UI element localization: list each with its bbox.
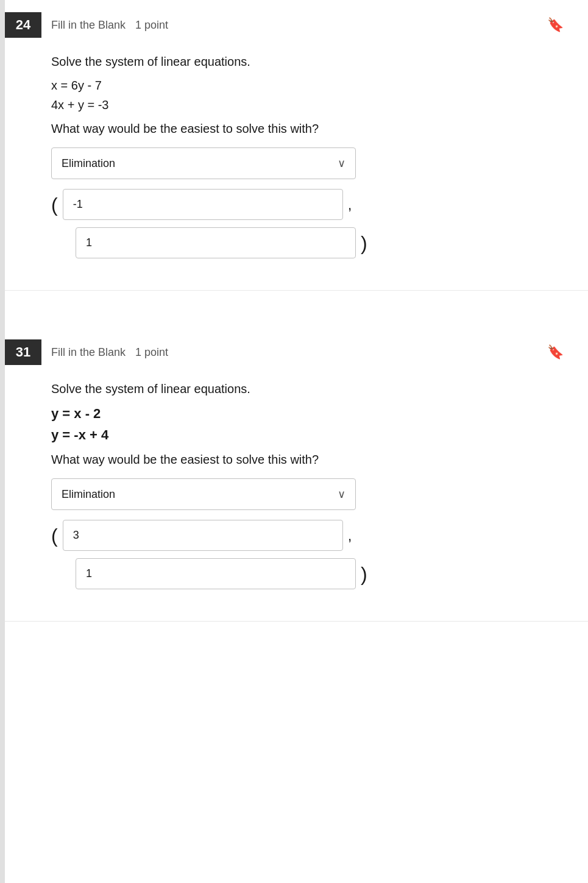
question-points-24: 1 point: [135, 19, 168, 32]
question-body-31: Solve the system of linear equations. y …: [5, 380, 564, 589]
pin-icon-24[interactable]: 🔖: [547, 17, 564, 33]
left-bar: [0, 0, 5, 883]
method-dropdown-31[interactable]: Elimination ∨: [51, 478, 356, 510]
equation-31-2: y = -x + 4: [51, 424, 564, 445]
equation-24-1: x = 6y - 7: [51, 76, 564, 95]
answer-y-input-24[interactable]: [76, 227, 356, 258]
answer-row-y-24: ): [51, 227, 564, 258]
close-paren-24: ): [361, 233, 367, 253]
answer-row-y-31: ): [51, 558, 564, 589]
equation-24-2: 4x + y = -3: [51, 95, 564, 115]
question-block-31: 31 Fill in the Blank 1 point 🔖 Solve the…: [5, 327, 588, 622]
question-number-31: 31: [5, 339, 41, 365]
pin-icon-31[interactable]: 🔖: [547, 344, 564, 360]
question-header-24: 24 Fill in the Blank 1 point 🔖: [5, 12, 564, 38]
prompt-text-31: What way would be the easiest to solve t…: [51, 450, 564, 469]
close-paren-31: ): [361, 564, 367, 584]
comma-31: ,: [348, 527, 352, 544]
question-block-24: 24 Fill in the Blank 1 point 🔖 Solve the…: [5, 0, 588, 291]
question-type-31: Fill in the Blank: [51, 346, 126, 359]
question-intro-24: Solve the system of linear equations.: [51, 52, 564, 71]
open-paren-24: (: [51, 195, 58, 215]
answer-x-input-31[interactable]: [63, 520, 343, 551]
answer-row-x-24: ( ,: [51, 189, 564, 220]
question-points-31: 1 point: [135, 346, 168, 359]
page-container: 24 Fill in the Blank 1 point 🔖 Solve the…: [0, 0, 588, 883]
method-dropdown-24[interactable]: Elimination ∨: [51, 147, 356, 179]
answer-row-x-31: ( ,: [51, 520, 564, 551]
dropdown-container-31: Elimination ∨: [51, 478, 564, 510]
answer-x-input-24[interactable]: [63, 189, 343, 220]
dropdown-container-24: Elimination ∨: [51, 147, 564, 179]
question-number-24: 24: [5, 12, 41, 38]
chevron-down-icon-31: ∨: [338, 488, 345, 501]
equation-31-1: y = x - 2: [51, 403, 564, 424]
question-intro-31: Solve the system of linear equations.: [51, 380, 564, 398]
comma-24: ,: [348, 196, 352, 213]
open-paren-31: (: [51, 526, 58, 545]
prompt-text-24: What way would be the easiest to solve t…: [51, 119, 564, 138]
content-area: 24 Fill in the Blank 1 point 🔖 Solve the…: [5, 0, 588, 883]
question-type-24: Fill in the Blank: [51, 19, 126, 32]
answer-y-input-31[interactable]: [76, 558, 356, 589]
chevron-down-icon-24: ∨: [338, 157, 345, 170]
question-body-24: Solve the system of linear equations. x …: [5, 52, 564, 258]
dropdown-value-24: Elimination: [62, 157, 115, 170]
dropdown-value-31: Elimination: [62, 488, 115, 501]
question-header-31: 31 Fill in the Blank 1 point 🔖: [5, 339, 564, 365]
